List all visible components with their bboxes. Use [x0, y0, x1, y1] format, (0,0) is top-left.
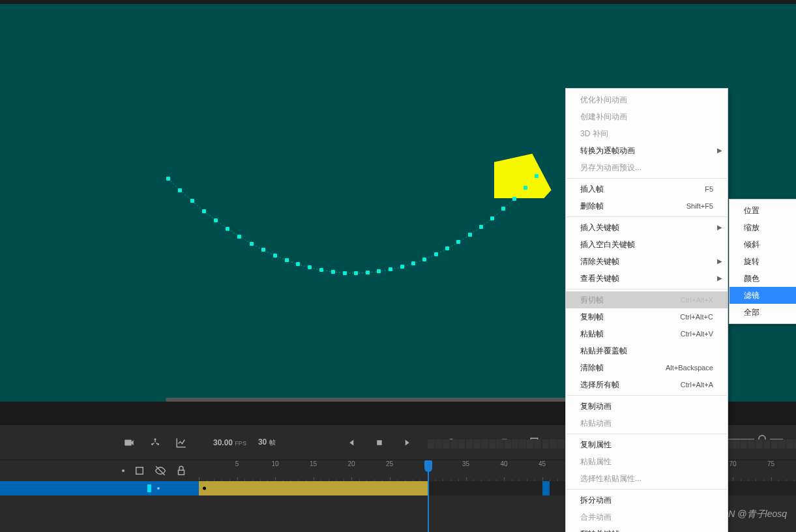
- menu-item-label: 剪切帧: [580, 294, 604, 306]
- outline-toggle-icon[interactable]: [134, 465, 145, 477]
- motion-path-point[interactable]: [319, 268, 323, 272]
- motion-path-point[interactable]: [261, 248, 265, 252]
- menu-item[interactable]: 复制属性: [566, 436, 728, 453]
- menu-item-label: 删除帧: [580, 200, 604, 212]
- motion-path-point[interactable]: [389, 267, 392, 271]
- horizontal-scrollbar[interactable]: [166, 398, 622, 402]
- submenu-item-label: 全部: [744, 306, 759, 318]
- menu-item: 优化补间动画: [566, 91, 728, 108]
- submenu-item[interactable]: 颜色: [730, 270, 796, 287]
- submenu-item[interactable]: 倾斜: [730, 236, 796, 253]
- watermark: CSDN @青子leosq: [709, 509, 787, 520]
- menu-item-label: 3D 补间: [580, 128, 608, 140]
- menu-item[interactable]: 清除帧Alt+Backspace: [566, 359, 728, 376]
- motion-path-point[interactable]: [501, 207, 505, 211]
- menu-item-label: 选择性粘贴属性...: [580, 473, 641, 484]
- menu-item: 剪切帧Ctrl+Alt+X: [566, 291, 728, 308]
- motion-path-point[interactable]: [250, 242, 254, 246]
- tween-span[interactable]: [199, 481, 428, 495]
- motion-path-point[interactable]: [190, 199, 194, 203]
- camera-icon[interactable]: [123, 437, 135, 449]
- menu-item[interactable]: 粘贴帧Ctrl+Alt+V: [566, 325, 728, 342]
- menu-item-label: 拆分动画: [580, 494, 612, 506]
- motion-path-point[interactable]: [202, 209, 206, 213]
- motion-path-point[interactable]: [178, 188, 182, 192]
- menu-item[interactable]: 粘贴并覆盖帧: [566, 342, 728, 359]
- menu-item[interactable]: 插入帧F5: [566, 181, 728, 198]
- menu-item[interactable]: 删除帧Shift+F5: [566, 198, 728, 214]
- chart-icon[interactable]: [175, 437, 187, 449]
- motion-path-point[interactable]: [166, 177, 170, 181]
- motion-path-point[interactable]: [308, 265, 312, 269]
- share-icon[interactable]: [149, 437, 161, 449]
- menu-item[interactable]: 转换为逐帧动画▶: [566, 142, 728, 159]
- motion-path-point[interactable]: [296, 262, 300, 266]
- motion-path-point[interactable]: [273, 254, 277, 258]
- submenu-item[interactable]: 旋转: [730, 253, 796, 270]
- submenu-item[interactable]: 滤镜: [730, 287, 796, 304]
- motion-path-point[interactable]: [377, 269, 381, 273]
- motion-path-point[interactable]: [456, 240, 460, 244]
- context-menu[interactable]: 优化补间动画创建补间动画3D 补间转换为逐帧动画▶另存为动画预设...插入帧F5…: [565, 88, 728, 532]
- menu-item: 粘贴动画: [566, 415, 728, 432]
- menu-item-label: 插入帧: [580, 183, 604, 195]
- submenu-arrow-icon: ▶: [717, 145, 722, 156]
- motion-path-point[interactable]: [237, 235, 241, 239]
- motion-path-point[interactable]: [226, 227, 229, 231]
- menu-item[interactable]: 翻转关键帧: [566, 525, 728, 532]
- motion-path-point[interactable]: [214, 218, 218, 222]
- submenu-item[interactable]: 位置: [730, 202, 796, 219]
- menu-item-shortcut: F5: [705, 183, 713, 195]
- menu-item[interactable]: 清除关键帧▶: [566, 253, 728, 270]
- motion-path-point[interactable]: [422, 258, 426, 261]
- visibility-toggle-icon[interactable]: [155, 465, 166, 477]
- menu-separator: [567, 395, 727, 396]
- menu-separator: [567, 489, 727, 490]
- svg-rect-15: [179, 470, 184, 475]
- menu-item-label: 清除关键帧: [580, 256, 619, 267]
- motion-path-point[interactable]: [490, 216, 494, 220]
- menu-item-shortcut: Alt+Backspace: [666, 362, 713, 374]
- svg-point-3: [157, 443, 159, 445]
- menu-item[interactable]: 插入关键帧▶: [566, 219, 728, 236]
- motion-path-point[interactable]: [285, 258, 289, 262]
- menu-item: 粘贴属性: [566, 453, 728, 470]
- submenu-item[interactable]: 缩放: [730, 219, 796, 236]
- menu-item-label: 复制动画: [580, 400, 612, 412]
- menu-item[interactable]: 复制动画: [566, 398, 728, 415]
- menu-item[interactable]: 插入空白关键帧: [566, 236, 728, 253]
- menu-item[interactable]: 查看关键帧▶: [566, 270, 728, 287]
- motion-path-point[interactable]: [512, 197, 516, 201]
- menu-item: 另存为动画预设...: [566, 159, 728, 176]
- submenu-item[interactable]: 全部: [730, 304, 796, 321]
- submenu-arrow-icon: ▶: [717, 273, 722, 284]
- menu-item-label: 创建补间动画: [580, 111, 627, 123]
- motion-path-point[interactable]: [411, 261, 415, 265]
- context-submenu[interactable]: 位置缩放倾斜旋转颜色滤镜全部: [729, 199, 796, 324]
- motion-path-point[interactable]: [468, 233, 472, 237]
- menu-item[interactable]: 选择所有帧Ctrl+Alt+A: [566, 376, 728, 393]
- svg-point-1: [155, 438, 156, 440]
- submenu-item-label: 倾斜: [744, 239, 759, 250]
- motion-path-point[interactable]: [331, 270, 335, 274]
- motion-path-point[interactable]: [523, 186, 527, 190]
- lock-toggle-icon[interactable]: [175, 465, 187, 477]
- motion-path-point[interactable]: [479, 225, 483, 229]
- highlight-toggle[interactable]: [122, 469, 125, 472]
- menu-item[interactable]: 拆分动画: [566, 492, 728, 509]
- motion-path-point[interactable]: [434, 252, 438, 256]
- menu-item-shortcut: Ctrl+Alt+C: [680, 311, 713, 323]
- motion-path-point[interactable]: [445, 246, 449, 250]
- motion-path-point[interactable]: [343, 271, 347, 275]
- menu-item[interactable]: 复制帧Ctrl+Alt+C: [566, 308, 728, 325]
- menu-item-label: 选择所有帧: [580, 379, 619, 391]
- submenu-item-label: 旋转: [744, 256, 759, 267]
- motion-path-point[interactable]: [366, 271, 370, 274]
- motion-path-point[interactable]: [535, 174, 538, 178]
- motion-path-point[interactable]: [400, 265, 404, 269]
- motion-path-point[interactable]: [354, 271, 358, 275]
- menu-item-label: 复制帧: [580, 311, 604, 323]
- layer-cell[interactable]: [0, 481, 199, 495]
- menu-item-label: 清除帧: [580, 362, 604, 374]
- head-span[interactable]: [542, 481, 550, 495]
